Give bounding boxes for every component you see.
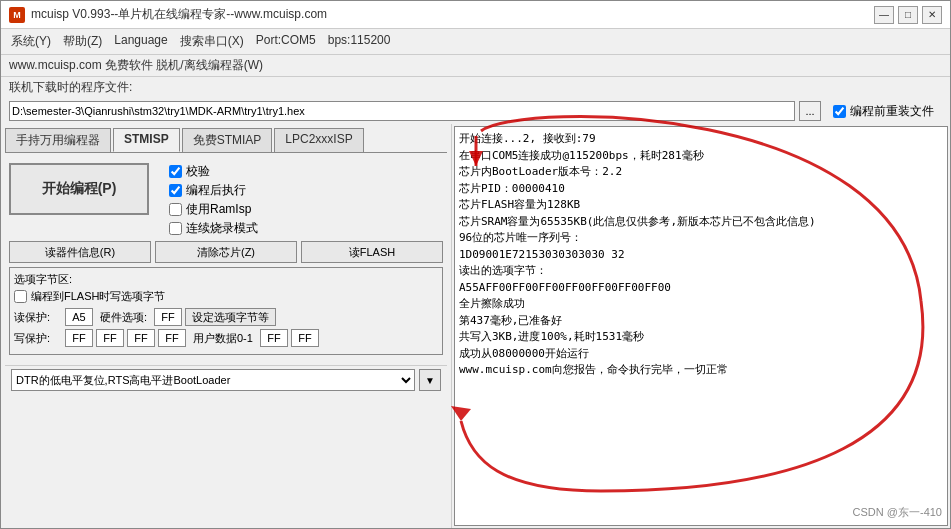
verify-checkbox[interactable] — [169, 165, 182, 178]
menu-system[interactable]: 系统(Y) — [5, 31, 57, 52]
file-row: ... 编程前重装文件 — [1, 98, 950, 124]
menu-help[interactable]: 帮助(Z) — [57, 31, 108, 52]
write-protect-label: 写保护: — [14, 331, 62, 346]
flash-option-checkbox[interactable] — [14, 290, 27, 303]
reload-checkbox[interactable] — [833, 105, 846, 118]
tab-stmisp[interactable]: STMISP — [113, 128, 180, 152]
menu-bar: 系统(Y) 帮助(Z) Language 搜索串口(X) Port:COM5 b… — [1, 29, 950, 55]
ramisp-checkbox-row: 使用RamIsp — [169, 201, 258, 218]
window-title: mcuisp V0.993--单片机在线编程专家--www.mcuisp.com — [31, 6, 327, 23]
tab-content: 开始编程(P) 校验 编程后执行 使用RamIsp — [5, 157, 447, 361]
two-panel: 手持万用编程器 STMISP 免费STMIAP LPC2xxxISP 开始编程(… — [1, 124, 950, 528]
maximize-button[interactable]: □ — [898, 6, 918, 24]
ud-val-1[interactable] — [291, 329, 319, 347]
reload-label: 编程前重装文件 — [825, 103, 942, 120]
file-path-input[interactable] — [9, 101, 795, 121]
menu-bps[interactable]: bps:115200 — [322, 31, 397, 52]
checkboxes: 校验 编程后执行 使用RamIsp 连续烧录模式 — [169, 163, 258, 237]
exec-after-checkbox[interactable] — [169, 184, 182, 197]
hw-option-label: 硬件选项: — [100, 310, 147, 325]
close-button[interactable]: ✕ — [922, 6, 942, 24]
menu-search-port[interactable]: 搜索串口(X) — [174, 31, 250, 52]
status-bar-top: www.mcuisp.com 免费软件 脱机/离线编程器(W) — [1, 55, 950, 77]
tab-stmiap[interactable]: 免费STMIAP — [182, 128, 273, 152]
title-bar-controls: — □ ✕ — [874, 6, 942, 24]
tab-lpc2xxx[interactable]: LPC2xxxISP — [274, 128, 363, 152]
hw-val-input[interactable] — [154, 308, 182, 326]
watermark: CSDN @东一-410 — [853, 505, 942, 520]
action-buttons: 读器件信息(R) 清除芯片(Z) 读FLASH — [9, 241, 443, 263]
read-protect-input[interactable] — [65, 308, 93, 326]
wp-val-2[interactable] — [127, 329, 155, 347]
reader-info-button[interactable]: 读器件信息(R) — [9, 241, 151, 263]
wp-val-0[interactable] — [65, 329, 93, 347]
title-bar: M mcuisp V0.993--单片机在线编程专家--www.mcuisp.c… — [1, 1, 950, 29]
option-section: 选项字节区: 编程到FLASH时写选项字节 读保护: 硬件选项: 设定选项字节等… — [9, 267, 443, 355]
exec-after-checkbox-row: 编程后执行 — [169, 182, 258, 199]
wp-val-1[interactable] — [96, 329, 124, 347]
write-protect-row: 写保护: 用户数据0-1 — [14, 329, 438, 347]
main-window: M mcuisp V0.993--单片机在线编程专家--www.mcuisp.c… — [0, 0, 951, 529]
menu-port-com5[interactable]: Port:COM5 — [250, 31, 322, 52]
user-data-label: 用户数据0-1 — [193, 331, 253, 346]
log-wrapper: 开始连接...2, 接收到:79 在串口COM5连接成功@115200bps，耗… — [454, 126, 948, 526]
clear-chip-button[interactable]: 清除芯片(Z) — [155, 241, 297, 263]
file-label: 联机下载时的程序文件: — [9, 79, 132, 96]
read-flash-button[interactable]: 读FLASH — [301, 241, 443, 263]
bottom-bar: DTR的低电平复位,RTS高电平进BootLoader ▼ — [5, 365, 447, 394]
file-section: 联机下载时的程序文件: — [1, 77, 950, 98]
ud-val-0[interactable] — [260, 329, 288, 347]
right-panel: 开始连接...2, 接收到:79 在串口COM5连接成功@115200bps，耗… — [451, 124, 950, 528]
menu-language[interactable]: Language — [108, 31, 173, 52]
prog-and-checks: 开始编程(P) 校验 编程后执行 使用RamIsp — [9, 163, 443, 237]
tab-handheld[interactable]: 手持万用编程器 — [5, 128, 111, 152]
log-area[interactable]: 开始连接...2, 接收到:79 在串口COM5连接成功@115200bps，耗… — [454, 126, 948, 526]
read-protect-label: 读保护: — [14, 310, 62, 325]
continuous-checkbox[interactable] — [169, 222, 182, 235]
program-button[interactable]: 开始编程(P) — [9, 163, 149, 215]
left-panel: 手持万用编程器 STMISP 免费STMIAP LPC2xxxISP 开始编程(… — [1, 124, 451, 528]
verify-checkbox-row: 校验 — [169, 163, 258, 180]
flash-option-checkbox-row: 编程到FLASH时写选项字节 — [14, 289, 438, 304]
title-bar-left: M mcuisp V0.993--单片机在线编程专家--www.mcuisp.c… — [9, 6, 327, 23]
tab-bar: 手持万用编程器 STMISP 免费STMIAP LPC2xxxISP — [5, 128, 447, 153]
status-text: www.mcuisp.com 免费软件 脱机/离线编程器(W) — [9, 58, 263, 72]
wp-val-3[interactable] — [158, 329, 186, 347]
app-icon: M — [9, 7, 25, 23]
ramisp-checkbox[interactable] — [169, 203, 182, 216]
browse-button[interactable]: ... — [799, 101, 821, 121]
read-protect-row: 读保护: 硬件选项: 设定选项字节等 — [14, 308, 438, 326]
option-title: 选项字节区: — [14, 272, 438, 287]
dropdown-icon[interactable]: ▼ — [419, 369, 441, 391]
continuous-checkbox-row: 连续烧录模式 — [169, 220, 258, 237]
boot-mode-select[interactable]: DTR的低电平复位,RTS高电平进BootLoader — [11, 369, 415, 391]
set-option-btn[interactable]: 设定选项字节等 — [185, 308, 276, 326]
minimize-button[interactable]: — — [874, 6, 894, 24]
